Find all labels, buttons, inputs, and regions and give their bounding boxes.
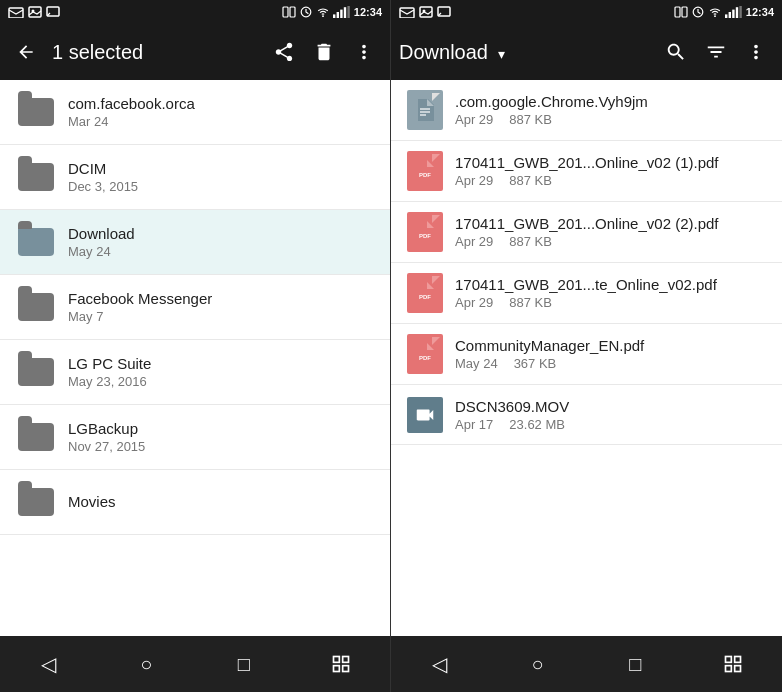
file-type-icon: PDF xyxy=(407,151,443,191)
file-type-icon: PDF xyxy=(407,212,443,252)
svg-text:PDF: PDF xyxy=(419,294,431,300)
svg-text:PDF: PDF xyxy=(419,172,431,178)
left-panel: 12:34 1 selected com.facebook.orca Mar 2 xyxy=(0,0,391,692)
left-file-list: com.facebook.orca Mar 24 DCIM Dec 3, 201… xyxy=(0,80,390,636)
folder-icon xyxy=(16,222,56,262)
list-item-selected[interactable]: Download May 24 xyxy=(0,210,390,275)
file-type-icon: PDF xyxy=(407,334,443,374)
svg-text:PDF: PDF xyxy=(419,355,431,361)
svg-text:PDF: PDF xyxy=(419,233,431,239)
file-type-icon: PDF xyxy=(407,273,443,313)
file-type-icon xyxy=(407,90,443,130)
